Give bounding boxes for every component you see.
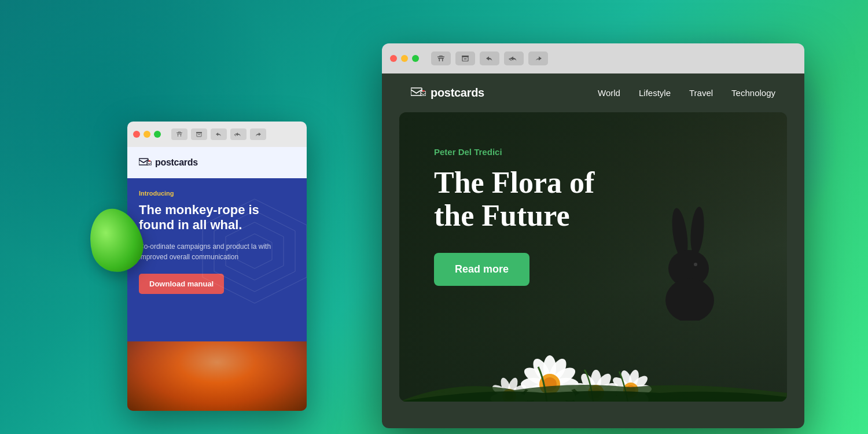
titlebar-buttons-front (431, 52, 548, 65)
front-hero: Peter Del Tredici The Flora of the Futur… (399, 112, 787, 402)
svg-marker-13 (237, 234, 272, 269)
traffic-light-red[interactable] (133, 131, 140, 138)
front-traffic-light-yellow[interactable] (401, 55, 408, 62)
front-logo: postcards (411, 86, 484, 100)
svg-rect-23 (422, 90, 425, 91)
front-traffic-light-red[interactable] (390, 55, 397, 62)
window-body-back: postcards Introducing The monkey-rope is… (127, 147, 307, 411)
titlebar-buttons-back (171, 128, 266, 140)
front-logo-icon (411, 87, 426, 99)
back-logo-icon (139, 158, 152, 167)
svg-rect-3 (181, 134, 181, 137)
back-lantern-image (127, 341, 307, 411)
front-nav: postcards World Lifestyle Travel Technol… (382, 73, 804, 112)
svg-marker-12 (226, 222, 284, 280)
traffic-light-green[interactable] (154, 131, 161, 138)
back-image-strip (127, 341, 307, 411)
hero-author: Peter Del Tredici (434, 147, 594, 157)
nav-link-world[interactable]: World (598, 88, 620, 98)
forward-button-front[interactable] (528, 52, 548, 65)
delete-button-back[interactable] (171, 128, 187, 140)
svg-point-28 (694, 263, 697, 266)
svg-marker-11 (214, 211, 295, 292)
hero-title: The Flora of the Future (434, 166, 594, 232)
hero-title-line2: the Future (434, 199, 569, 232)
delete-button-front[interactable] (431, 52, 451, 65)
titlebar-back (127, 122, 307, 147)
window-body-front: postcards World Lifestyle Travel Technol… (382, 73, 804, 428)
hero-title-line1: The Flora of (434, 166, 594, 199)
front-traffic-light-green[interactable] (412, 55, 419, 62)
svg-rect-1 (176, 133, 182, 133)
back-content: Introducing The monkey-rope is found in … (127, 178, 307, 306)
traffic-light-yellow[interactable] (144, 131, 150, 138)
reply-button-front[interactable] (480, 52, 499, 65)
nav-link-technology[interactable]: Technology (731, 88, 775, 98)
archive-button-front[interactable] (455, 52, 475, 65)
read-more-button[interactable]: Read more (434, 253, 529, 286)
svg-rect-15 (437, 57, 444, 58)
flowers-decoration (399, 286, 787, 402)
svg-rect-9 (149, 160, 150, 161)
reply-all-button-back[interactable] (230, 128, 247, 140)
front-logo-text: postcards (431, 86, 484, 100)
window-back: postcards Introducing The monkey-rope is… (127, 122, 307, 411)
svg-rect-21 (411, 88, 422, 95)
svg-rect-17 (442, 58, 443, 61)
back-logo-bar: postcards (127, 147, 307, 178)
svg-rect-16 (439, 58, 440, 61)
forward-button-back[interactable] (250, 128, 266, 140)
reply-button-back[interactable] (211, 128, 227, 140)
window-front: postcards World Lifestyle Travel Technol… (382, 43, 804, 428)
svg-marker-10 (203, 199, 307, 303)
nav-link-lifestyle[interactable]: Lifestyle (639, 88, 671, 98)
svg-point-25 (689, 206, 705, 256)
reply-all-button-front[interactable] (504, 52, 524, 65)
svg-rect-20 (464, 58, 467, 60)
hero-content: Peter Del Tredici The Flora of the Futur… (434, 147, 594, 286)
nav-link-travel[interactable]: Travel (689, 88, 713, 98)
svg-rect-6 (198, 134, 200, 135)
back-decoration (197, 193, 307, 309)
titlebar-front (382, 43, 804, 73)
svg-rect-2 (178, 134, 178, 137)
back-logo-text: postcards (155, 157, 198, 168)
front-nav-links: World Lifestyle Travel Technology (598, 88, 775, 98)
archive-button-back[interactable] (191, 128, 207, 140)
